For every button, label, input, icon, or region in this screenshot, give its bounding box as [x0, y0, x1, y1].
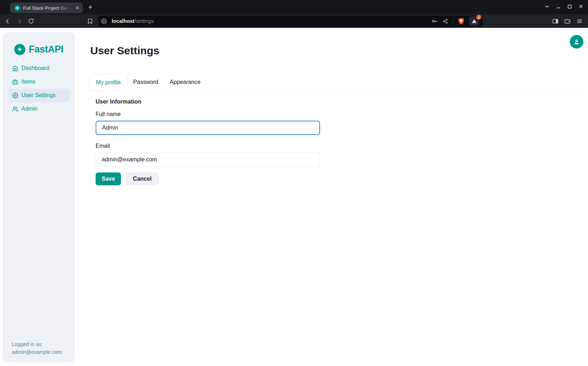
email-field[interactable]: [96, 152, 320, 167]
bookmark-icon[interactable]: [87, 18, 93, 24]
browser-window: Full Stack Project Genera: [0, 0, 588, 366]
key-icon[interactable]: [431, 18, 438, 25]
email-label: Email: [96, 143, 584, 149]
logged-in-info: Logged in as: admin@example.com: [12, 340, 62, 356]
brave-rewards-icon[interactable]: 1: [469, 16, 479, 26]
url-bar[interactable]: i localhost/settings 1: [98, 16, 483, 27]
tab-appearance[interactable]: Appearance: [164, 74, 206, 91]
browser-tab[interactable]: Full Stack Project Genera: [10, 2, 83, 13]
share-icon[interactable]: [442, 18, 448, 24]
brave-shields-icon[interactable]: [457, 17, 465, 25]
wallet-icon[interactable]: [564, 18, 571, 25]
rewards-badge: 1: [476, 15, 481, 20]
sidebar-item-admin[interactable]: Admin: [9, 102, 70, 116]
sidebar-item-label: Dashboard: [21, 65, 49, 71]
minimize-icon[interactable]: [556, 4, 561, 9]
form-actions: Save Cancel: [96, 172, 584, 185]
sidebar-item-label: User Settings: [21, 92, 56, 99]
back-icon[interactable]: [4, 18, 11, 25]
tab-password[interactable]: Password: [127, 74, 164, 91]
sidebar: FastAPI Dashboard Items User Settings: [3, 32, 75, 362]
tab-title: Full Stack Project Genera: [23, 5, 70, 11]
close-icon[interactable]: [578, 4, 584, 9]
sidebar-nav: Dashboard Items User Settings Admin: [3, 61, 75, 116]
save-button[interactable]: Save: [96, 172, 121, 185]
sidebar-panel-icon[interactable]: [552, 18, 559, 25]
users-icon: [12, 106, 18, 112]
page-title: User Settings: [90, 45, 159, 57]
user-menu-button[interactable]: [570, 35, 583, 49]
briefcase-icon: [12, 79, 18, 85]
sidebar-item-label: Admin: [21, 106, 37, 112]
fastapi-favicon-icon: [14, 5, 20, 11]
window-controls: [544, 4, 584, 9]
main-content: User Settings My profile Password Appear…: [75, 28, 588, 366]
menu-icon[interactable]: [576, 18, 583, 25]
sidebar-item-label: Items: [21, 79, 35, 85]
url-host: localhost: [112, 18, 135, 24]
maximize-icon[interactable]: [567, 4, 572, 9]
reload-icon[interactable]: [28, 18, 34, 24]
page-content: FastAPI Dashboard Items User Settings: [0, 28, 588, 366]
sidebar-item-user-settings[interactable]: User Settings: [9, 89, 70, 102]
full-name-label: Full name: [96, 111, 584, 117]
settings-tabs: My profile Password Appearance User Info…: [89, 74, 584, 185]
section-title: User Information: [96, 99, 584, 105]
browser-toolbar: i localhost/settings 1: [0, 14, 588, 28]
user-avatar-icon: [573, 38, 580, 45]
browser-tab-strip: Full Stack Project Genera: [0, 0, 588, 14]
logo-text: FastAPI: [29, 44, 63, 55]
forward-icon[interactable]: [16, 18, 23, 25]
tab-list: My profile Password Appearance: [89, 74, 584, 91]
gear-icon: [12, 92, 18, 99]
tab-close-icon[interactable]: [75, 5, 80, 10]
home-icon: [12, 65, 18, 71]
new-tab-icon[interactable]: [87, 4, 93, 10]
url-path: /settings: [135, 18, 154, 24]
tab-search-icon[interactable]: [544, 4, 550, 9]
my-profile-panel: User Information Full name Email Save Ca…: [89, 91, 584, 185]
tab-my-profile[interactable]: My profile: [89, 74, 127, 91]
sidebar-item-items[interactable]: Items: [9, 75, 70, 89]
full-name-field[interactable]: [96, 121, 320, 135]
sidebar-item-dashboard[interactable]: Dashboard: [9, 61, 70, 75]
fastapi-logo: FastAPI: [3, 44, 75, 55]
logged-in-label: Logged in as:: [12, 340, 62, 348]
url-text: localhost/settings: [112, 18, 154, 24]
fastapi-logo-icon: [14, 44, 25, 55]
toolbar-divider: [453, 18, 453, 24]
site-info-icon[interactable]: i: [101, 18, 107, 24]
cancel-button[interactable]: Cancel: [126, 172, 158, 185]
logged-in-email: admin@example.com: [12, 348, 62, 356]
